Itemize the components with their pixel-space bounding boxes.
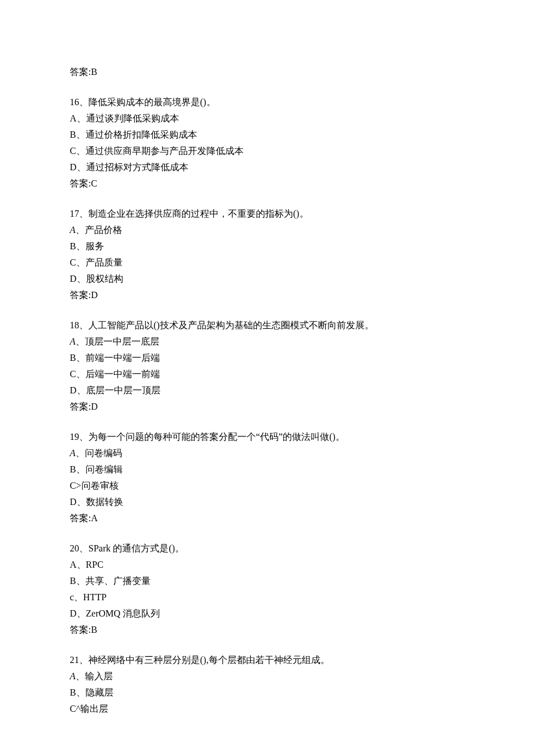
option-a: A、问卷编码 (70, 445, 465, 461)
question-16: 16、降低采购成本的最高境界是()。 A、通过谈判降低采购成本 B、通过价格折扣… (70, 94, 465, 192)
option-d: D、股权结构 (70, 271, 465, 287)
question-stem: 19、为每一个问题的每种可能的答案分配一个“代码”的做法叫做()。 (70, 429, 465, 445)
answer-text: 答案:D (70, 287, 465, 303)
option-c: C^输出层 (70, 701, 465, 717)
option-c: C、后端一中端一前端 (70, 366, 465, 382)
question-stem: 21、神经网络中有三种层分别是(),每个层都由若干神经元组成。 (70, 652, 465, 668)
option-b: B、前端一中端一后端 (70, 350, 465, 366)
option-c: c、HTTP (70, 589, 465, 605)
option-a: A、RPC (70, 557, 465, 573)
question-19: 19、为每一个问题的每种可能的答案分配一个“代码”的做法叫做()。 A、问卷编码… (70, 429, 465, 526)
question-17: 17、制造企业在选择供应商的过程中，不重要的指标为()。 A、产品价格 B、服务… (70, 206, 465, 303)
answer-text: 答案:D (70, 399, 465, 415)
option-d: D、通过招标对方式降低成本 (70, 159, 465, 175)
option-c: C、通过供应商早期参与产品开发降低成本 (70, 143, 465, 159)
option-a: A、通过谈判降低采购成本 (70, 110, 465, 127)
option-a: A、顶层一中层一底层 (70, 334, 465, 350)
document-page: 答案:B 16、降低采购成本的最高境界是()。 A、通过谈判降低采购成本 B、通… (0, 0, 535, 756)
question-stem: 20、SPark 的通信方式是()。 (70, 540, 465, 557)
answer-text: 答案:B (70, 64, 465, 80)
option-d: D、底层一中层一顶层 (70, 382, 465, 399)
option-a: A、产品价格 (70, 222, 465, 238)
option-c: C>问卷审核 (70, 478, 465, 494)
question-20: 20、SPark 的通信方式是()。 A、RPC B、共享、广播变量 c、HTT… (70, 540, 465, 638)
option-b: B、隐藏层 (70, 685, 465, 701)
question-21: 21、神经网络中有三种层分别是(),每个层都由若干神经元组成。 A、输入层 B、… (70, 652, 465, 717)
option-a: A、输入层 (70, 668, 465, 685)
question-stem: 16、降低采购成本的最高境界是()。 (70, 94, 465, 110)
option-b: B、服务 (70, 238, 465, 255)
question-stem: 18、人工智能产品以()技术及产品架构为基础的生态圈模式不断向前发展。 (70, 317, 465, 334)
option-d: D、数据转换 (70, 494, 465, 510)
previous-answer-block: 答案:B (70, 64, 465, 80)
option-b: B、共享、广播变量 (70, 573, 465, 589)
answer-text: 答案:A (70, 510, 465, 526)
question-stem: 17、制造企业在选择供应商的过程中，不重要的指标为()。 (70, 206, 465, 222)
answer-text: 答案:C (70, 175, 465, 192)
option-c: C、产品质量 (70, 255, 465, 271)
question-18: 18、人工智能产品以()技术及产品架构为基础的生态圈模式不断向前发展。 A、顶层… (70, 317, 465, 415)
option-b: B、问卷编辑 (70, 461, 465, 478)
option-d: D、ZerOMQ 消息队列 (70, 605, 465, 622)
option-b: B、通过价格折扣降低采购成本 (70, 127, 465, 143)
answer-text: 答案:B (70, 622, 465, 638)
